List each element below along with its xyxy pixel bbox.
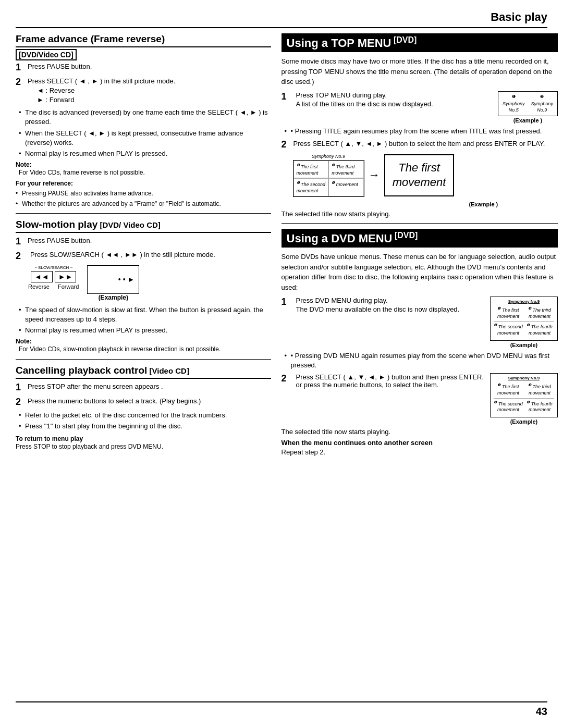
when-menu-continues: When the menu continues onto another scr… [282,439,558,456]
top-menu-bullets: • Pressing TITLE again resumes play from… [285,127,558,136]
slow-motion-figure: ←SLOW/SEARCH→ ◄◄ ►► Reverse Forward [28,265,271,301]
bullet-item: Refer to the jacket etc. of the disc con… [19,411,271,420]
dvd-example1-label: (Example) [510,342,538,348]
bullet-item: Press "1" to start play from the beginni… [19,422,271,431]
page-header: Basic play [16,10,547,28]
top-menu-selected-text: The selected title now starts playing. [282,210,558,218]
top-menu-step2-figure: Symphony No.9 ❶ The firstmovement ❸ The … [293,154,558,197]
dvd-example2-label: (Example) [510,418,538,425]
bullet-item: • Pressing DVD MENU again resumes play f… [285,351,558,370]
cancelling-section: Cancelling playback control [Video CD] 1… [16,365,271,451]
first-movement-display: The first movement [384,154,455,196]
cancelling-step1: 1 Press STOP after the menu screen appea… [16,382,271,393]
frame-advance-title: Frame advance (Frame reverse) [16,33,271,47]
bullet-item: When the SELECT ( ◄, ► ) is kept pressed… [19,129,271,147]
dvd-menu-step1: 1 Press DVD MENU during play. The DVD me… [282,297,558,348]
top-menu-grid: Symphony No.9 ❶ The firstmovement ❸ The … [293,154,364,197]
cancelling-step2: 2 Press the numeric buttons to select a … [16,397,271,408]
bullet-item: The speed of slow-motion is slow at firs… [19,305,271,324]
right-arrow-icon: → [369,168,380,182]
slow-motion-bullets: The speed of slow-motion is slow at firs… [19,305,271,336]
playback-display: • • ► (Example) [87,265,139,301]
remote-btn-forward: ►► [55,271,77,282]
page-footer: 43 [16,701,547,718]
cancelling-title: Cancelling playback control [Video CD] [16,365,271,379]
top-menu-example2-label: (Example ) [282,200,558,208]
reference-bullet: Whether the pictures are advanced by a "… [16,200,271,208]
slow-motion-step2: 2 Press SLOW/SEARCH ( ◄◄ , ►► ) in the s… [16,251,271,262]
top-menu-title: Using a TOP MENU [DVD] [282,33,558,52]
bullet-item: The disc is advanced (reversed) by one f… [19,108,271,127]
frame-advance-step2: 2 Press SELECT ( ◄ , ► ) in the still pi… [16,77,271,105]
slow-motion-step1: 1 Press PAUSE button. [16,236,271,248]
when-menu-title: When the menu continues onto another scr… [282,439,558,447]
main-columns: Frame advance (Frame reverse) [DVD/Video… [16,33,547,456]
remote-btn-reverse: ◄◄ [31,271,53,282]
top-menu-step1: 1 Press TOP MENU during play. A list of … [282,91,558,124]
slow-motion-title: Slow-motion play [DVD/ Video CD] [16,219,271,233]
frame-advance-step1: 1 Press PAUSE button. [16,62,271,73]
top-menu-example1: ❶ SymphonyNo.5 ❷ SymphonyNo.9 (Example ) [498,91,558,124]
frame-advance-reference: For your reference: Pressing PAUSE also … [16,179,271,208]
when-menu-text: Repeat step 2. [282,448,558,456]
top-menu-step2: 2 Press SELECT ( ▲, ▼, ◄, ► ) button to … [282,139,558,151]
dvd-menu-example2: Symphony No.9 ❶ The firstmovement ❸ The … [490,373,558,425]
top-menu-intro: Some movie discs may have two or more ti… [282,56,558,87]
bullet-item: Normal play is resumed when PLAY is pres… [19,326,271,335]
frame-advance-subtitle: [DVD/Video CD] [16,51,271,59]
left-column: Frame advance (Frame reverse) [DVD/Video… [16,33,271,456]
cancelling-return: To return to menu play Press STOP to sto… [16,435,271,451]
top-menu-section: Using a TOP MENU [DVD] Some movie discs … [282,33,558,218]
bullet-item: • Pressing TITLE again resumes play from… [285,127,558,136]
frame-advance-bullets: The disc is advanced (reversed) by one f… [19,108,271,158]
page-number: 43 [536,706,547,718]
page-title: Basic play [491,10,547,23]
frame-advance-section: Frame advance (Frame reverse) [DVD/Video… [16,33,271,208]
remote-illustration: ←SLOW/SEARCH→ ◄◄ ►► Reverse Forward [28,265,79,290]
frame-advance-note: Note: For Video CDs, frame reverse is no… [16,161,271,177]
slow-motion-note: Note: For Video CDs, slow-motion playbac… [16,337,271,354]
example-label: (Example ) [513,117,543,124]
cancelling-bullets: Refer to the jacket etc. of the disc con… [19,411,271,431]
dvd-selected-text: The selected title now starts playing. [282,428,558,436]
dvd-menu-bullets: • Pressing DVD MENU again resumes play f… [285,351,558,370]
bullet-item: Normal play is resumed when PLAY is pres… [19,149,271,158]
slow-motion-section: Slow-motion play [DVD/ Video CD] 1 Press… [16,219,271,354]
reference-bullet: Pressing PAUSE also activates frame adva… [16,189,271,198]
dvd-menu-example1: Symphony No.9 ❶ The firstmovement ❸ The … [490,297,558,348]
dvd-menu-step2: 2 Press SELECT ( ▲, ▼, ◄, ► ) button and… [282,373,558,425]
dvd-menu-section: Using a DVD MENU [DVD] Some DVDs have un… [282,229,558,456]
right-column: Using a TOP MENU [DVD] Some movie discs … [282,33,558,456]
dvd-menu-intro: Some DVDs have unique menus. These menus… [282,252,558,292]
dvd-menu-title: Using a DVD MENU [DVD] [282,229,558,248]
page: Basic play Frame advance (Frame reverse)… [0,0,563,728]
